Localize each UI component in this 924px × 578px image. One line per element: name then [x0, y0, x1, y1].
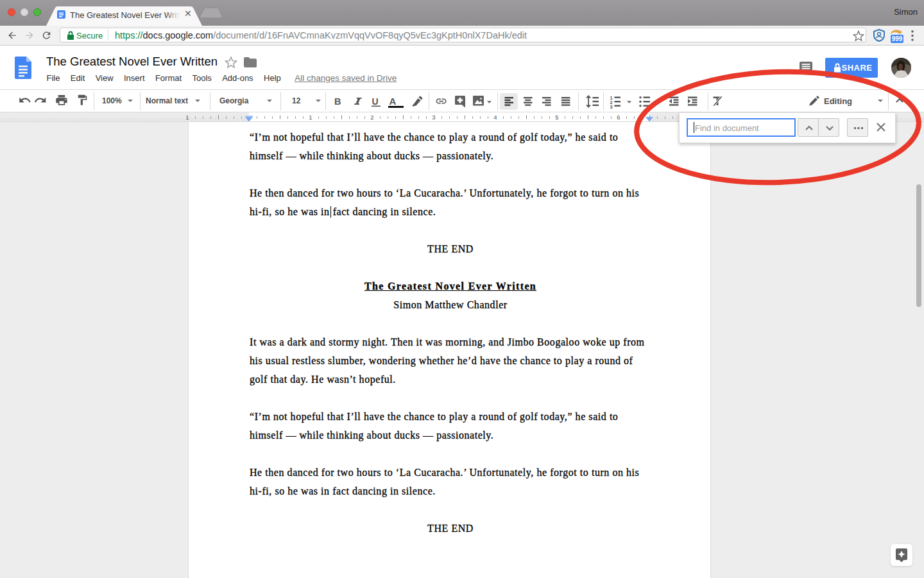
svg-text:1: 1	[309, 114, 312, 121]
svg-text:U: U	[372, 96, 379, 107]
svg-text:3: 3	[432, 114, 435, 121]
svg-text:4: 4	[493, 114, 497, 121]
svg-text:A: A	[389, 96, 397, 107]
svg-text:B: B	[334, 96, 341, 107]
svg-text:6: 6	[617, 114, 620, 121]
svg-text:3: 3	[610, 104, 612, 110]
svg-text:5: 5	[555, 114, 558, 121]
svg-text:2: 2	[370, 114, 373, 121]
svg-text:1: 1	[185, 114, 189, 121]
svg-text:999: 999	[892, 35, 903, 42]
